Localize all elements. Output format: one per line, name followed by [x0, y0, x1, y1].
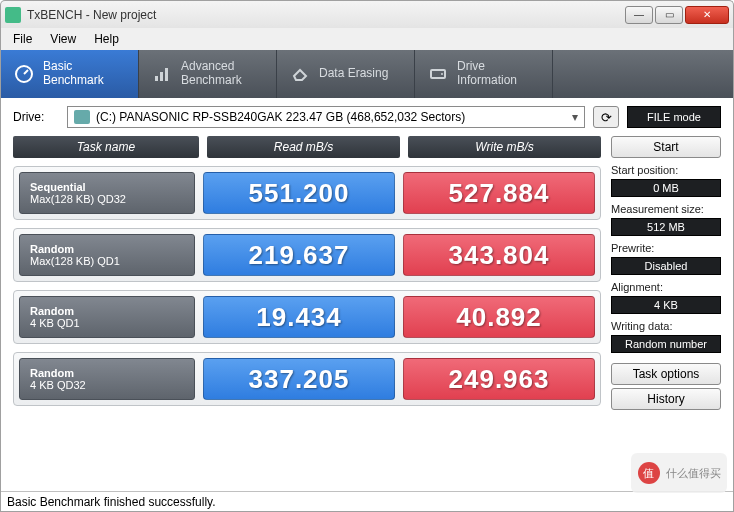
alignment-value[interactable]: 4 KB — [611, 296, 721, 314]
tabbar: Basic Benchmark Advanced Benchmark Data … — [0, 50, 734, 98]
read-value: 19.434 — [203, 296, 395, 338]
read-value: 551.200 — [203, 172, 395, 214]
menu-file[interactable]: File — [5, 30, 40, 48]
menubar: File View Help — [0, 28, 734, 50]
task-sub: Max(128 KB) QD1 — [30, 255, 184, 267]
results-panel: Task name Read mB/s Write mB/s Sequentia… — [13, 136, 601, 485]
status-bar: Basic Benchmark finished successfully. — [1, 491, 733, 511]
history-button[interactable]: History — [611, 388, 721, 410]
tab-label: Basic Benchmark — [43, 60, 104, 88]
start-position-label: Start position: — [611, 161, 721, 176]
maximize-button[interactable]: ▭ — [655, 6, 683, 24]
svg-point-6 — [441, 73, 443, 75]
header-task: Task name — [13, 136, 199, 158]
measurement-size-value[interactable]: 512 MB — [611, 218, 721, 236]
sidebar: Start Start position: 0 MB Measurement s… — [611, 136, 721, 485]
header-write: Write mB/s — [408, 136, 601, 158]
chart-icon — [151, 63, 173, 85]
write-value: 40.892 — [403, 296, 595, 338]
write-value: 343.804 — [403, 234, 595, 276]
task-title: Sequential — [30, 181, 184, 193]
measurement-size-label: Measurement size: — [611, 200, 721, 215]
start-button[interactable]: Start — [611, 136, 721, 158]
writing-data-label: Writing data: — [611, 317, 721, 332]
test-row-random-4k-qd1: Random 4 KB QD1 19.434 40.892 — [13, 290, 601, 344]
drive-label: Drive: — [13, 110, 59, 124]
task-cell[interactable]: Random 4 KB QD32 — [19, 358, 195, 400]
results-header: Task name Read mB/s Write mB/s — [13, 136, 601, 158]
test-row-sequential-qd32: Sequential Max(128 KB) QD32 551.200 527.… — [13, 166, 601, 220]
drive-value: (C:) PANASONIC RP-SSB240GAK 223.47 GB (4… — [96, 110, 465, 124]
tab-label: Drive Information — [457, 60, 517, 88]
test-row-random-4k-qd32: Random 4 KB QD32 337.205 249.963 — [13, 352, 601, 406]
disk-icon — [74, 110, 90, 124]
app-icon — [5, 7, 21, 23]
drive-select[interactable]: (C:) PANASONIC RP-SSB240GAK 223.47 GB (4… — [67, 106, 585, 128]
write-value: 249.963 — [403, 358, 595, 400]
task-sub: Max(128 KB) QD32 — [30, 193, 184, 205]
tab-label: Data Erasing — [319, 67, 388, 81]
svg-line-1 — [24, 70, 28, 74]
tab-basic-benchmark[interactable]: Basic Benchmark — [1, 50, 139, 98]
window-controls: — ▭ ✕ — [625, 6, 729, 24]
prewrite-label: Prewrite: — [611, 239, 721, 254]
reload-button[interactable]: ⟳ — [593, 106, 619, 128]
task-options-button[interactable]: Task options — [611, 363, 721, 385]
tab-label: Advanced Benchmark — [181, 60, 242, 88]
task-sub: 4 KB QD1 — [30, 317, 184, 329]
erase-icon — [289, 63, 311, 85]
header-read: Read mB/s — [207, 136, 400, 158]
task-cell[interactable]: Sequential Max(128 KB) QD32 — [19, 172, 195, 214]
file-mode-button[interactable]: FILE mode — [627, 106, 721, 128]
svg-rect-2 — [155, 76, 158, 81]
task-cell[interactable]: Random Max(128 KB) QD1 — [19, 234, 195, 276]
alignment-label: Alignment: — [611, 278, 721, 293]
drive-row: Drive: (C:) PANASONIC RP-SSB240GAK 223.4… — [1, 98, 733, 136]
task-title: Random — [30, 243, 184, 255]
test-row-random-qd1-128k: Random Max(128 KB) QD1 219.637 343.804 — [13, 228, 601, 282]
task-title: Random — [30, 367, 184, 379]
task-sub: 4 KB QD32 — [30, 379, 184, 391]
write-value: 527.884 — [403, 172, 595, 214]
reload-icon: ⟳ — [601, 110, 612, 125]
task-title: Random — [30, 305, 184, 317]
read-value: 219.637 — [203, 234, 395, 276]
content-area: Task name Read mB/s Write mB/s Sequentia… — [1, 136, 733, 491]
task-cell[interactable]: Random 4 KB QD1 — [19, 296, 195, 338]
main-panel: Drive: (C:) PANASONIC RP-SSB240GAK 223.4… — [0, 98, 734, 512]
tab-advanced-benchmark[interactable]: Advanced Benchmark — [139, 50, 277, 98]
close-button[interactable]: ✕ — [685, 6, 729, 24]
writing-data-value[interactable]: Random number — [611, 335, 721, 353]
minimize-button[interactable]: — — [625, 6, 653, 24]
titlebar: TxBENCH - New project — ▭ ✕ — [0, 0, 734, 28]
svg-rect-3 — [160, 72, 163, 81]
svg-rect-4 — [165, 68, 168, 81]
tab-drive-information[interactable]: Drive Information — [415, 50, 553, 98]
window-title: TxBENCH - New project — [27, 8, 625, 22]
read-value: 337.205 — [203, 358, 395, 400]
gauge-icon — [13, 63, 35, 85]
start-position-value[interactable]: 0 MB — [611, 179, 721, 197]
menu-view[interactable]: View — [42, 30, 84, 48]
prewrite-value[interactable]: Disabled — [611, 257, 721, 275]
menu-help[interactable]: Help — [86, 30, 127, 48]
tab-data-erasing[interactable]: Data Erasing — [277, 50, 415, 98]
drive-icon — [427, 63, 449, 85]
status-text: Basic Benchmark finished successfully. — [7, 495, 216, 509]
